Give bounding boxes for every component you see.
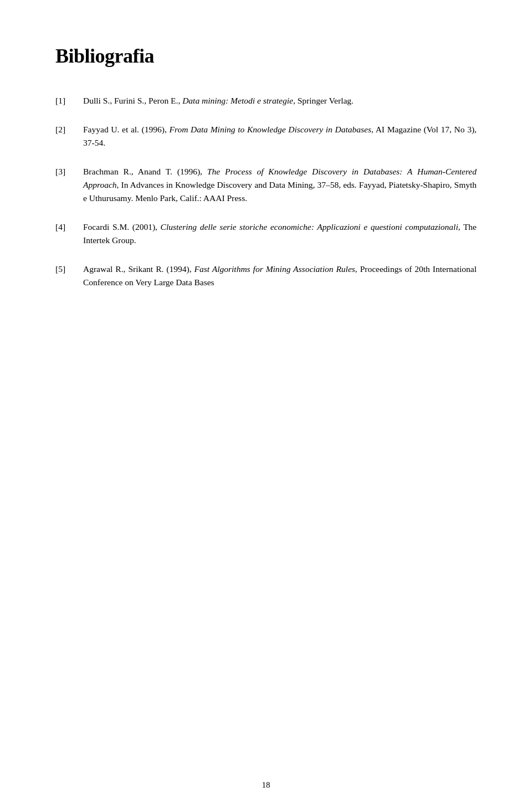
reference-item: [2]Fayyad U. et al. (1996), From Data Mi… [55, 123, 477, 150]
ref-content: Brachman R., Anand T. (1996), The Proces… [83, 165, 477, 205]
reference-item: [4]Focardi S.M. (2001), Clustering delle… [55, 220, 477, 247]
reference-item: [5]Agrawal R., Srikant R. (1994), Fast A… [55, 263, 477, 289]
page-title: Bibliografia [55, 44, 477, 68]
ref-content: Focardi S.M. (2001), Clustering delle se… [83, 220, 477, 247]
ref-label: [5] [55, 263, 83, 276]
ref-content: Dulli S., Furini S., Peron E., Data mini… [83, 94, 477, 107]
ref-label: [1] [55, 94, 83, 107]
page: Bibliografia [1]Dulli S., Furini S., Per… [0, 0, 532, 812]
ref-content: Fayyad U. et al. (1996), From Data Minin… [83, 123, 477, 150]
references-list: [1]Dulli S., Furini S., Peron E., Data m… [55, 94, 477, 289]
ref-label: [3] [55, 165, 83, 178]
reference-item: [1]Dulli S., Furini S., Peron E., Data m… [55, 94, 477, 107]
ref-content: Agrawal R., Srikant R. (1994), Fast Algo… [83, 263, 477, 289]
ref-label: [4] [55, 220, 83, 234]
ref-label: [2] [55, 123, 83, 136]
page-number: 18 [262, 780, 270, 790]
reference-item: [3]Brachman R., Anand T. (1996), The Pro… [55, 165, 477, 205]
